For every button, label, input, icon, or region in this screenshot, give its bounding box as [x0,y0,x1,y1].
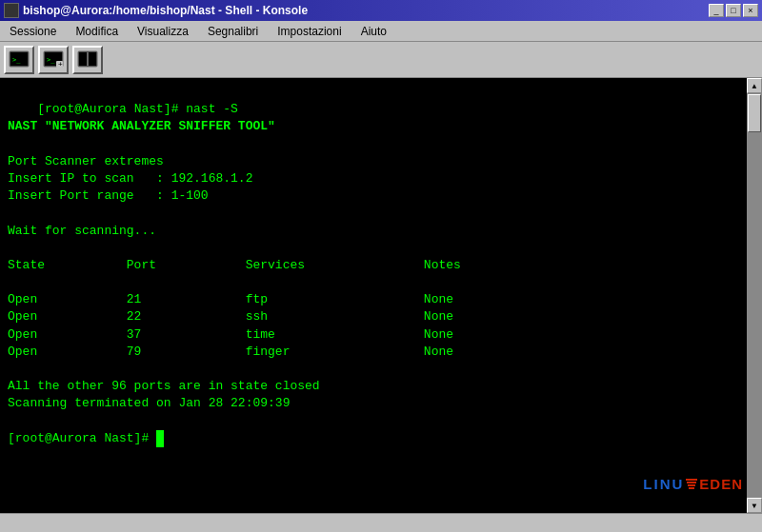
app-icon [4,3,19,18]
menu-aiuto[interactable]: Aiuto [355,23,392,40]
scroll-track[interactable] [747,93,762,498]
new-tab-icon: >_ + [43,49,64,70]
menu-modifica[interactable]: Modifica [70,23,124,40]
watermark-eden: EDEN [699,476,743,492]
titlebar: bishop@Aurora:/home/bishop/Nast - Shell … [0,0,762,21]
scroll-up-arrow[interactable]: ▲ [747,78,762,93]
menubar: Sessione Modifica Visualizza Segnalibri … [0,21,762,42]
titlebar-controls[interactable]: _ □ × [709,4,758,17]
toolbar-btn-1[interactable]: >_ [4,46,34,74]
scrollbar[interactable]: ▲ ▼ [747,78,762,513]
window-title: bishop@Aurora:/home/bishop/Nast - Shell … [23,4,308,17]
maximize-button[interactable]: □ [726,4,741,17]
scroll-thumb[interactable] [748,94,761,132]
terminal[interactable]: [root@Aurora Nast]# nast -S NAST "NETWOR… [0,78,762,513]
toolbar-btn-3[interactable] [72,46,103,74]
svg-rect-9 [79,52,87,66]
statusbar [0,513,762,532]
menu-segnalibri[interactable]: Segnalibri [202,23,264,40]
svg-text:>_: >_ [47,56,55,64]
scroll-down-arrow[interactable]: ▼ [747,498,762,513]
split-icon [77,49,98,70]
titlebar-left: bishop@Aurora:/home/bishop/Nast - Shell … [4,3,308,18]
minimize-button[interactable]: _ [709,4,724,17]
menu-visualizza[interactable]: Visualizza [131,23,194,40]
close-button[interactable]: × [743,4,758,17]
toolbar: >_ >_ + [0,42,762,78]
svg-text:>_: >_ [12,56,21,64]
svg-text:+: + [58,60,63,69]
toolbar-btn-2[interactable]: >_ + [38,46,69,74]
menu-sessione[interactable]: Sessione [4,23,62,40]
watermark-container: LINU EDEN [643,476,743,492]
menu-impostazioni[interactable]: Impostazioni [271,23,347,40]
svg-rect-10 [89,52,96,66]
watermark: LINU EDEN [643,476,743,492]
terminal-content: [root@Aurora Nast]# nast -S NAST "NETWOR… [8,84,754,464]
signal-bars [686,479,697,489]
watermark-linu: LINU [643,476,684,492]
terminal-icon: >_ [9,49,30,70]
